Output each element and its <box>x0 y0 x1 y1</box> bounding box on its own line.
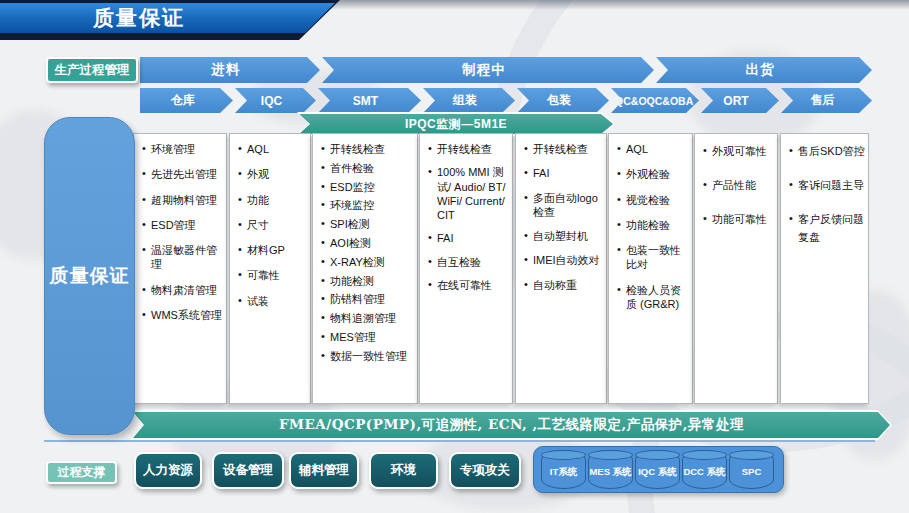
support-button-3: 辅料管理 <box>289 452 359 489</box>
process-item: 开转线检查 <box>522 142 603 156</box>
stage-arrow-3: 出货 <box>656 57 872 83</box>
system-cylinder-2: MES 系统 <box>588 450 633 489</box>
process-item: 开转线检查 <box>319 142 414 156</box>
process-item: 功能检测 <box>319 274 414 288</box>
process-item: 环境管理 <box>140 142 223 156</box>
process-item: 检验人员资质 (GR&R) <box>615 283 689 312</box>
substage-arrow-4: 组装 <box>423 88 515 113</box>
process-column-8: 售后SKD管控客诉问题主导客户反馈问题复盘 <box>780 133 869 404</box>
process-item: 包装一致性比对 <box>615 243 689 272</box>
process-item: 多面自动logo 检查 <box>522 191 603 220</box>
process-item-list: 开转线检查首件检验ESD监控环境监控SPI检测AOI检测X-RAY检测功能检测防… <box>319 142 414 363</box>
process-item: 100% MMI 测试/ Audio/ BT/ WiFi/ Current/ C… <box>426 165 509 222</box>
process-item: 首件检验 <box>319 161 414 175</box>
process-item: SPI检测 <box>319 217 414 231</box>
fmea-arrow: FMEA/QCP(PMP),可追溯性, ECN, ,工艺线路限定,产品保护,异常… <box>131 410 892 440</box>
process-item: 数据一致性管理 <box>319 349 414 363</box>
process-item: 温湿敏器件管理 <box>140 243 223 272</box>
process-item: 试装 <box>236 294 307 308</box>
process-item: AOI检测 <box>319 236 414 250</box>
process-item: 物料肃清管理 <box>140 283 223 297</box>
production-process-label: 生产过程管理 <box>46 57 138 83</box>
support-button-2: 设备管理 <box>212 452 284 489</box>
process-item-list: 开转线检查FAI多面自动logo 检查自动塑封机IMEI自动效对自动称重 <box>522 142 603 292</box>
slide-canvas: 质量保证 生产过程管理 进料制程中出货 仓库IQCSMT组装包装FQC&OQC&… <box>0 0 909 513</box>
process-item: 在线可靠性 <box>426 278 509 292</box>
process-item: 自动称重 <box>522 278 603 292</box>
process-column-6: AQL外观检验视觉检验功能检验包装一致性比对检验人员资质 (GR&R) <box>608 133 693 404</box>
process-column-2: AQL外观功能尺寸材料GP可靠性试装 <box>229 133 311 404</box>
section-divider <box>44 440 875 442</box>
substage-arrow-3: SMT <box>318 88 421 113</box>
process-item-list: 环境管理先进先出管理超期物料管理ESD管理温湿敏器件管理物料肃清管理WMS系统管… <box>140 142 223 322</box>
process-item: FAI <box>426 231 509 245</box>
process-item: 功能检验 <box>615 218 689 232</box>
process-item-list: 售后SKD管控客诉问题主导客户反馈问题复盘 <box>787 142 865 247</box>
process-item: 客户反馈问题复盘 <box>787 210 865 246</box>
process-item: 物料追溯管理 <box>319 311 414 325</box>
system-cylinder-4: DCC 系统 <box>682 450 727 489</box>
process-item-list: AQL外观检验视觉检验功能检验包装一致性比对检验人员资质 (GR&R) <box>615 142 689 311</box>
ipqc-monitor-arrow-label: IPQC监测—5M1E <box>299 114 613 134</box>
process-item-list: 开转线检查100% MMI 测试/ Audio/ BT/ WiFi/ Curre… <box>426 142 509 292</box>
process-item: 可靠性 <box>236 268 307 282</box>
support-button-5: 专项攻关 <box>449 452 521 489</box>
stage-arrow-2: 制程中 <box>322 57 654 83</box>
process-item: 自互检验 <box>426 255 509 269</box>
process-item: 功能 <box>236 193 307 207</box>
stage-arrow-1: 进料 <box>140 57 320 83</box>
process-item: ESD管理 <box>140 218 223 232</box>
process-item: AQL <box>236 142 307 156</box>
quality-assurance-shape: 质量保证 <box>44 117 135 435</box>
process-column-1: 环境管理先进先出管理超期物料管理ESD管理温湿敏器件管理物料肃清管理WMS系统管… <box>133 133 227 404</box>
process-column-5: 开转线检查FAI多面自动logo 检查自动塑封机IMEI自动效对自动称重 <box>515 133 607 404</box>
system-cylinder-5: SPC <box>729 450 774 489</box>
process-item: 尺寸 <box>236 218 307 232</box>
header-bar: 质量保证 <box>0 0 340 40</box>
process-item: 超期物料管理 <box>140 193 223 207</box>
process-item-list: 外观可靠性产品性能功能可靠性 <box>701 142 774 228</box>
process-item: FAI <box>522 166 603 180</box>
process-column-7: 外观可靠性产品性能功能可靠性 <box>694 133 778 404</box>
process-item: WMS系统管理 <box>140 308 223 322</box>
process-item: 售后SKD管控 <box>787 142 865 160</box>
process-column-3: 开转线检查首件检验ESD监控环境监控SPI检测AOI检测X-RAY检测功能检测防… <box>312 133 418 404</box>
process-item: 防错料管理 <box>319 292 414 306</box>
process-item: AQL <box>615 142 689 156</box>
fmea-arrow-label: FMEA/QCP(PMP),可追溯性, ECN, ,工艺线路限定,产品保护,异常… <box>133 412 890 438</box>
process-item: 自动塑封机 <box>522 229 603 243</box>
support-button-4: 环境 <box>369 452 438 489</box>
process-item-list: AQL外观功能尺寸材料GP可靠性试装 <box>236 142 307 308</box>
process-item: 外观 <box>236 167 307 181</box>
substage-arrow-2: IQC <box>235 88 316 113</box>
system-cylinder-1: IT系统 <box>541 450 586 489</box>
substage-arrow-1: 仓库 <box>140 88 233 113</box>
process-column-4: 开转线检查100% MMI 测试/ Audio/ BT/ WiFi/ Curre… <box>419 133 513 404</box>
process-item: 环境监控 <box>319 198 414 212</box>
substage-arrow-5: 包装 <box>517 88 609 113</box>
process-item: 功能可靠性 <box>701 210 774 228</box>
process-item: 外观可靠性 <box>701 142 774 160</box>
process-item: 先进先出管理 <box>140 167 223 181</box>
process-item: X-RAY检测 <box>319 255 414 269</box>
page-title: 质量保证 <box>0 3 335 33</box>
process-item: 材料GP <box>236 243 307 257</box>
process-item: 产品性能 <box>701 176 774 194</box>
process-support-label: 过程支撑 <box>46 461 117 484</box>
process-item: ESD监控 <box>319 180 414 194</box>
system-cylinder-3: IQC 系统 <box>635 450 680 489</box>
process-item: 视觉检验 <box>615 193 689 207</box>
substage-arrow-6: FQC&OQC&OBA <box>611 88 699 113</box>
support-button-1: 人力资源 <box>134 452 202 489</box>
substage-arrow-8: 售后 <box>781 88 872 113</box>
process-item: 外观检验 <box>615 167 689 181</box>
process-item: IMEI自动效对 <box>522 253 603 267</box>
process-item: MES管理 <box>319 330 414 344</box>
process-item: 客诉问题主导 <box>787 176 865 194</box>
process-item: 开转线检查 <box>426 142 509 156</box>
